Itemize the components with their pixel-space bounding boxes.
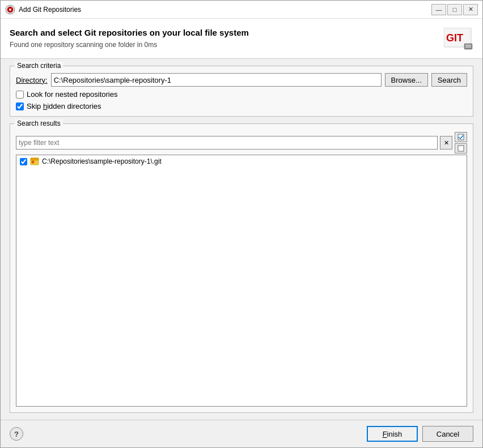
main-window: Add Git Repositories — □ ✕ Search and se… — [0, 0, 483, 448]
filter-clear-button[interactable]: ✕ — [440, 136, 452, 150]
result-item-checkbox[interactable] — [20, 158, 27, 165]
directory-input[interactable] — [51, 73, 382, 87]
criteria-group-label: Search criteria — [15, 62, 63, 70]
app-icon — [5, 5, 15, 15]
check-all-button[interactable] — [455, 132, 467, 142]
git-logo: GIT — [444, 28, 473, 52]
window-controls: — □ ✕ — [431, 4, 478, 15]
cancel-button[interactable]: Cancel — [422, 426, 473, 442]
title-bar: Add Git Repositories — □ ✕ — [1, 1, 482, 19]
svg-rect-7 — [465, 46, 471, 48]
header-text: Search and select Git repositories on yo… — [10, 28, 444, 49]
svg-text:GIT: GIT — [446, 32, 463, 44]
finish-button[interactable]: Finish — [367, 426, 418, 442]
svg-rect-6 — [465, 45, 471, 46]
main-body: Search criteria Directory: Browse... Sea… — [1, 59, 482, 420]
content-area: Search and select Git repositories on yo… — [1, 19, 482, 447]
footer: ? Finish Cancel — [1, 420, 482, 447]
results-group-label: Search results — [15, 120, 63, 127]
results-list: C:\Repositories\sample-repository-1\.git — [16, 155, 467, 407]
nested-checkbox[interactable] — [16, 91, 24, 99]
svg-rect-11 — [31, 158, 39, 160]
hidden-underline: h — [43, 102, 47, 110]
search-criteria-group: Search criteria Directory: Browse... Sea… — [10, 66, 473, 117]
svg-rect-9 — [458, 146, 464, 151]
search-button[interactable]: Search — [431, 73, 467, 87]
window-title: Add Git Repositories — [19, 6, 431, 14]
hidden-checkbox[interactable] — [16, 103, 24, 110]
maximize-button[interactable]: □ — [447, 4, 462, 15]
browse-button[interactable]: Browse... — [385, 73, 428, 87]
directory-row: Directory: Browse... Search — [16, 73, 467, 87]
help-button[interactable]: ? — [10, 427, 23, 441]
result-item-path: C:\Repositories\sample-repository-1\.git — [42, 157, 162, 165]
close-button[interactable]: ✕ — [463, 4, 478, 15]
results-inner: ✕ — [16, 129, 467, 407]
finish-label: Finish — [383, 430, 402, 438]
filter-input[interactable] — [16, 136, 438, 150]
svg-point-2 — [9, 8, 11, 11]
uncheck-all-icon — [457, 145, 464, 152]
results-list-wrapper: C:\Repositories\sample-repository-1\.git — [16, 155, 467, 407]
git-logo-svg: GIT — [444, 28, 473, 52]
nested-label[interactable]: Look for nested repositories — [27, 90, 117, 99]
filter-row: ✕ — [16, 132, 467, 153]
header-section: Search and select Git repositories on yo… — [1, 19, 482, 59]
svg-rect-12 — [32, 161, 34, 163]
header-subtitle: Found one repository scanning one folder… — [10, 41, 444, 49]
list-item[interactable]: C:\Repositories\sample-repository-1\.git — [16, 155, 467, 168]
minimize-button[interactable]: — — [431, 4, 446, 15]
search-results-group: Search results ✕ — [10, 123, 473, 413]
criteria-inner: Directory: Browse... Search Look for nes… — [16, 71, 467, 110]
hidden-checkbox-row: Skip hidden directories — [16, 102, 467, 110]
hidden-label: Skip hidden directories — [27, 102, 101, 110]
check-all-icon — [457, 134, 464, 140]
repo-icon — [30, 157, 39, 166]
header-title: Search and select Git repositories on yo… — [10, 28, 444, 37]
footer-actions: Finish Cancel — [367, 426, 473, 442]
nested-checkbox-row: Look for nested repositories — [16, 90, 467, 99]
uncheck-all-button[interactable] — [455, 143, 467, 153]
directory-label: Directory: — [16, 76, 48, 84]
side-check-buttons — [455, 132, 467, 153]
